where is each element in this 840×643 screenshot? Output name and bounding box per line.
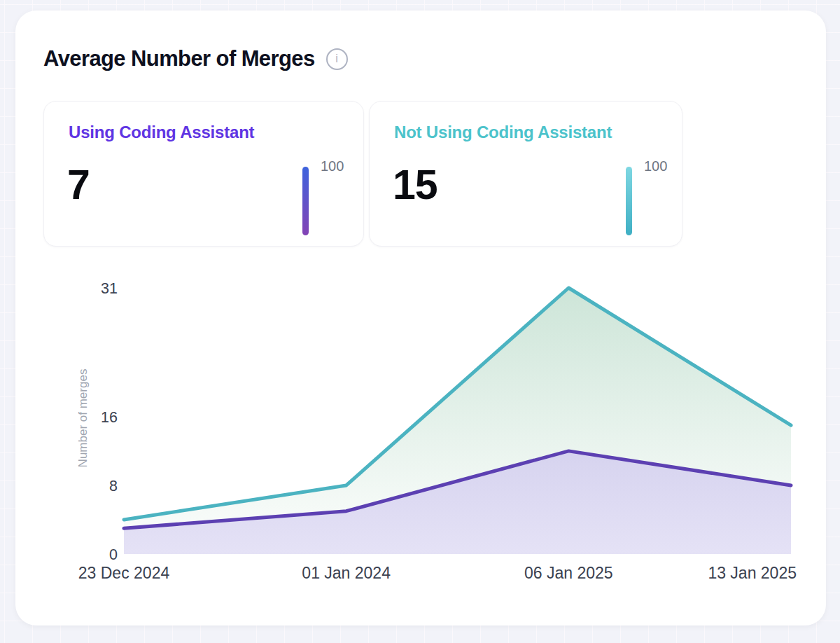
x-tick-label: 06 Jan 2025: [524, 564, 613, 582]
y-tick-label: 16: [101, 409, 118, 426]
y-tick-label: 0: [109, 546, 118, 563]
y-tick-label: 31: [101, 280, 118, 297]
y-tick-label: 8: [109, 478, 118, 495]
merges-area-chart[interactable]: 08163123 Dec 202401 Jan 202406 Jan 20251…: [0, 0, 840, 643]
x-tick-label: 01 Jan 2024: [302, 564, 391, 582]
y-axis-title: Number of merges: [76, 369, 90, 468]
page-background: Average Number of Merges i Using Coding …: [0, 0, 840, 643]
x-tick-label: 13 Jan 2025: [708, 564, 797, 582]
x-tick-label: 23 Dec 2024: [78, 564, 170, 582]
